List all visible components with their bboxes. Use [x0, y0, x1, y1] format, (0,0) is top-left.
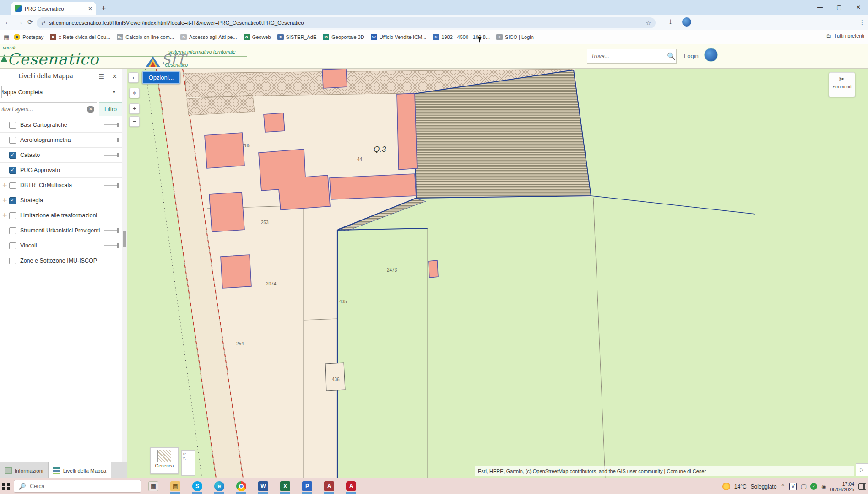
new-tab-button[interactable]: +	[102, 4, 106, 12]
layer-row[interactable]: Basi Cartografiche	[0, 118, 122, 133]
opacity-slider[interactable]	[104, 230, 119, 231]
layer-row[interactable]: ✛ DBTR_CtrMultiscala	[0, 178, 122, 193]
expand-plus-icon[interactable]: ✛	[2, 198, 8, 204]
opacity-slider[interactable]	[104, 155, 119, 156]
antivirus-tray-icon[interactable]: V	[789, 483, 797, 490]
browser-menu-icon[interactable]: ⋮	[859, 18, 865, 26]
layer-checkbox[interactable]	[9, 197, 16, 204]
site-search-input[interactable]	[591, 53, 663, 59]
window-close-button[interactable]: ✕	[849, 0, 868, 15]
layer-checkbox[interactable]	[9, 122, 16, 129]
opacity-slider[interactable]	[104, 185, 119, 186]
opacity-slider[interactable]	[104, 245, 119, 246]
temperature-text[interactable]: 14°C	[734, 483, 747, 490]
generica-button[interactable]: Generica	[150, 447, 179, 474]
all-favorites-button[interactable]: 🗀 Tutti i preferiti	[826, 33, 864, 38]
layer-checkbox[interactable]	[9, 212, 16, 219]
layer-checkbox[interactable]	[9, 182, 16, 189]
panel-menu-icon[interactable]: ☰	[98, 73, 104, 80]
window-maximize-button[interactable]: ▢	[830, 0, 849, 15]
map-canvas[interactable]: 285 44 253 2074 435 254 2473 436 Q.3 Opz…	[127, 69, 868, 478]
apps-grid-icon[interactable]: ▦	[4, 34, 9, 41]
task-view-button[interactable]: ▦	[147, 481, 159, 492]
taskbar-search-box[interactable]: 🔍	[14, 480, 141, 493]
layer-checkbox[interactable]	[9, 167, 16, 174]
home-extent-button[interactable]: ⌖	[129, 88, 140, 98]
zoom-out-button[interactable]: −	[129, 116, 140, 127]
browser-tab[interactable]: PRG Cesenatico ✕	[11, 2, 96, 15]
basemap-select[interactable]: Mappa Completa ▼	[1, 86, 119, 98]
start-button[interactable]	[2, 483, 10, 490]
attribution-toggle-button[interactable]: ⌲	[856, 463, 868, 476]
word-button[interactable]: W	[257, 481, 269, 492]
layer-checkbox[interactable]	[9, 258, 16, 264]
notification-center-icon[interactable]	[858, 483, 866, 490]
layer-row[interactable]: ✛ Strategia	[0, 193, 122, 208]
layer-row[interactable]: Aerofotogrammetria	[0, 133, 122, 148]
layer-filter-input[interactable]	[0, 102, 97, 116]
expand-plus-icon[interactable]: ✛	[2, 183, 8, 188]
edge-browser-button[interactable]: e	[213, 481, 225, 492]
weather-sun-icon[interactable]	[722, 483, 730, 490]
office-p-button[interactable]: P	[301, 481, 313, 492]
layer-row[interactable]: Strumenti Urbanistici Previgenti	[0, 224, 122, 238]
layer-row[interactable]: ✛ Limitazione alle trasformazioni	[0, 209, 122, 223]
hidden-icons-chevron[interactable]: ⌃	[781, 483, 785, 490]
bookmark-item[interactable]: W Ufficio Vendite ICM...	[371, 34, 427, 40]
user-avatar-icon[interactable]	[704, 48, 718, 62]
window-minimize-button[interactable]: —	[810, 0, 830, 15]
collapse-panel-button[interactable]: ‹	[128, 72, 139, 83]
taskbar-search-input[interactable]	[30, 483, 121, 489]
panel-close-icon[interactable]: ✕	[112, 73, 117, 80]
tab-informazioni[interactable]: Informazioni	[0, 462, 49, 478]
bookmark-item[interactable]: S SISTER_AdE	[277, 34, 317, 40]
url-field[interactable]: ⇄ sit.comune.cesenatico.fc.it/Html5Viewe…	[37, 17, 656, 28]
login-button[interactable]: Login	[684, 53, 699, 59]
back-button[interactable]: ←	[5, 18, 11, 26]
site-search-box[interactable]: 🔍	[587, 49, 677, 64]
display-tray-icon[interactable]: 🖵	[801, 483, 806, 490]
layer-row[interactable]: Vincoli	[0, 239, 122, 253]
excel-button[interactable]: X	[279, 481, 291, 492]
reload-button[interactable]: ⟳	[27, 18, 33, 26]
scrollbar-thumb[interactable]	[123, 231, 126, 247]
file-explorer-button[interactable]: ▤	[169, 481, 181, 492]
download-icon[interactable]: ⭳	[667, 18, 674, 26]
search-icon[interactable]: 🔍	[663, 52, 676, 60]
bookmark-item[interactable]: G Geoweb	[244, 34, 271, 40]
opacity-slider[interactable]	[104, 124, 119, 125]
profile-avatar-icon[interactable]	[682, 17, 691, 28]
scale-widget[interactable]: X:Y:	[181, 450, 195, 476]
expand-plus-icon[interactable]: ✛	[2, 213, 8, 219]
weather-condition-text[interactable]: Soleggiato	[751, 483, 777, 490]
clock[interactable]: 17:04 08/04/2025	[830, 481, 854, 492]
opacity-slider[interactable]	[104, 140, 119, 140]
opzioni-button[interactable]: Opzioni...	[142, 71, 180, 84]
bookmark-item[interactable]: Pg Calcolo on-line com...	[117, 34, 174, 40]
panel-scrollbar[interactable]	[122, 69, 127, 462]
filter-clear-icon[interactable]: ✕	[87, 106, 94, 113]
bookmark-item[interactable]: ≡ SICO | Login	[496, 34, 534, 40]
bookmark-item[interactable]: D Accesso agli Atti pe...	[180, 34, 237, 40]
layer-checkbox[interactable]	[9, 227, 16, 234]
layer-checkbox[interactable]	[9, 137, 16, 144]
layer-row[interactable]: PUG Approvato	[0, 163, 122, 178]
acrobat-button[interactable]: A	[345, 481, 357, 492]
zoom-in-button[interactable]: +	[129, 103, 140, 114]
site-info-icon[interactable]: ⇄	[41, 20, 45, 26]
bookmark-item[interactable]: 3D Geoportale 3D	[323, 34, 364, 40]
filter-button[interactable]: Filtro	[99, 102, 122, 116]
tab-livelli-della-mappa[interactable]: Livelli della Mappa	[49, 462, 112, 478]
strumenti-button[interactable]: ✂ Strumenti	[829, 72, 855, 97]
forward-button[interactable]: →	[16, 18, 23, 26]
camera-tray-icon[interactable]: ◉	[821, 483, 826, 490]
bookmark-star-icon[interactable]: ☆	[646, 20, 651, 27]
layer-checkbox[interactable]	[9, 152, 16, 159]
skype-button[interactable]: S	[191, 481, 203, 492]
tab-close-icon[interactable]: ✕	[88, 5, 92, 12]
security-shield-icon[interactable]: ✓	[810, 483, 817, 490]
access-button[interactable]: A	[323, 481, 335, 492]
bookmark-item[interactable]: R :: Rete civica del Cou...	[50, 34, 110, 40]
chrome-button[interactable]	[235, 481, 247, 492]
layer-checkbox[interactable]	[9, 242, 16, 249]
